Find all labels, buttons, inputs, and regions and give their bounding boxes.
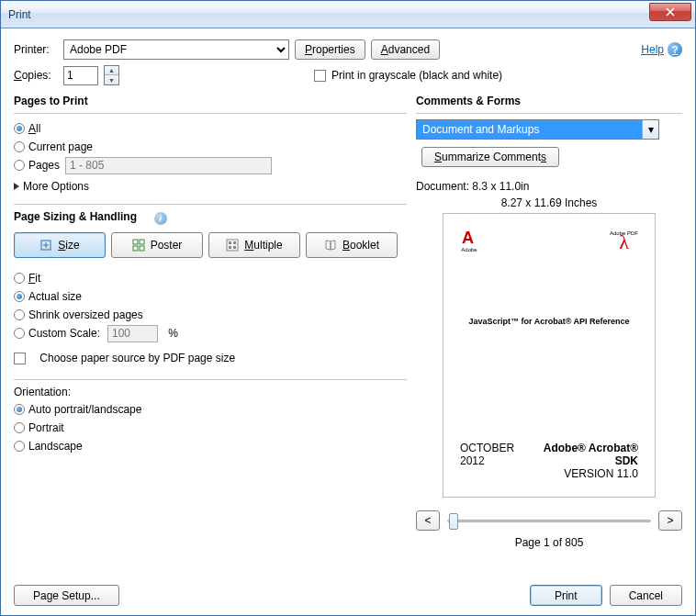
preview-doc-title: JavaScript™ for Acrobat® API Reference: [460, 317, 638, 326]
copies-label: Copies:: [14, 69, 58, 82]
grayscale-checkbox[interactable]: [314, 70, 326, 82]
pages-to-print-title: Pages to Print: [14, 95, 407, 107]
tab-size[interactable]: Size: [14, 232, 106, 258]
radio-landscape-label: Landscape: [28, 440, 83, 453]
tab-booklet[interactable]: Booklet: [306, 232, 398, 258]
printer-select[interactable]: Adobe PDF: [63, 39, 289, 60]
titlebar: Print: [1, 1, 695, 28]
svg-rect-6: [229, 241, 231, 244]
advanced-button[interactable]: Advanced: [371, 39, 440, 60]
close-icon: [666, 7, 675, 17]
radio-auto-label: Auto portrait/landscape: [28, 403, 141, 416]
help-link[interactable]: Help ?: [641, 42, 682, 57]
page-counter: Page 1 of 805: [416, 536, 682, 549]
poster-icon: [132, 239, 145, 252]
preview-footer-ver: VERSION 11.0: [532, 467, 638, 480]
booklet-icon: [324, 239, 337, 252]
radio-landscape[interactable]: [14, 441, 25, 452]
page-inches: 8.27 x 11.69 Inches: [416, 196, 682, 209]
slider-thumb[interactable]: [449, 513, 458, 530]
spinner-up[interactable]: ▲: [105, 66, 118, 75]
properties-button[interactable]: Properties: [295, 39, 365, 60]
dropdown-arrow-icon: ▾: [642, 120, 658, 139]
svg-rect-4: [140, 246, 144, 251]
page-slider[interactable]: [447, 511, 651, 530]
next-page-button[interactable]: >: [658, 510, 682, 531]
scale-input[interactable]: [107, 325, 158, 342]
multiple-icon: [226, 239, 239, 252]
more-options-toggle[interactable]: More Options: [14, 180, 407, 193]
radio-actual[interactable]: [14, 291, 25, 302]
expand-icon: [14, 183, 19, 190]
radio-shrink-label: Shrink oversized pages: [28, 308, 143, 321]
svg-rect-9: [233, 246, 236, 249]
document-dimensions: Document: 8.3 x 11.0in: [416, 180, 682, 193]
close-button[interactable]: [649, 3, 691, 21]
page-setup-button[interactable]: Page Setup...: [14, 585, 119, 606]
radio-fit[interactable]: [14, 273, 25, 284]
summarize-comments-button[interactable]: Summarize Comments: [421, 147, 559, 167]
radio-current[interactable]: [14, 141, 25, 152]
adobe-logo: Adobe: [460, 230, 478, 252]
tab-multiple[interactable]: Multiple: [208, 232, 300, 258]
paper-source-label: Choose paper source by PDF page size: [39, 352, 235, 364]
printer-label: Printer:: [14, 43, 58, 56]
preview-footer-date: OCTOBER 2012: [460, 442, 532, 480]
print-button[interactable]: Print: [530, 585, 602, 606]
pages-range-input[interactable]: [65, 157, 272, 174]
help-icon: ?: [668, 42, 682, 57]
radio-pages-label: Pages: [28, 159, 62, 172]
orientation-title: Orientation:: [14, 386, 407, 398]
radio-all[interactable]: [14, 123, 25, 134]
cancel-button[interactable]: Cancel: [610, 585, 682, 606]
radio-auto-orient[interactable]: [14, 404, 25, 415]
size-icon: [39, 239, 52, 252]
preview-footer-sdk: Adobe® Acrobat® SDK: [532, 442, 638, 467]
print-dialog: Print Printer: Adobe PDF Properties Adva…: [0, 0, 696, 616]
radio-pages[interactable]: [14, 160, 25, 171]
paper-source-checkbox[interactable]: [14, 353, 26, 364]
radio-actual-label: Actual size: [28, 290, 82, 303]
sizing-title: Page Sizing & Handling: [14, 210, 137, 223]
radio-all-label: All: [28, 122, 40, 135]
radio-fit-label: Fit: [28, 272, 40, 285]
svg-rect-5: [227, 240, 238, 251]
radio-portrait-label: Portrait: [28, 421, 64, 434]
radio-custom-label: Custom Scale:: [28, 327, 104, 340]
svg-rect-1: [133, 240, 138, 244]
spinner-down[interactable]: ▼: [105, 75, 118, 84]
tab-poster[interactable]: Poster: [111, 232, 203, 258]
svg-rect-7: [233, 241, 236, 244]
grayscale-label: Print in grayscale (black and white): [331, 69, 502, 82]
radio-custom[interactable]: [14, 328, 25, 339]
svg-rect-2: [140, 240, 144, 244]
comments-forms-title: Comments & Forms: [416, 95, 682, 107]
copies-input[interactable]: [63, 66, 98, 85]
svg-rect-8: [229, 246, 231, 249]
comments-forms-select[interactable]: Document and Markups ▾: [416, 119, 659, 140]
radio-shrink[interactable]: [14, 309, 25, 320]
info-icon[interactable]: i: [154, 212, 167, 225]
prev-page-button[interactable]: <: [416, 510, 440, 531]
page-preview: Adobe Adobe PDF λ JavaScript™ for Acroba…: [443, 213, 656, 498]
radio-portrait[interactable]: [14, 422, 25, 433]
adobe-pdf-logo: Adobe PDF λ: [610, 230, 638, 248]
svg-rect-3: [133, 246, 138, 251]
window-title: Print: [8, 8, 31, 21]
radio-current-label: Current page: [28, 140, 93, 153]
copies-spinner[interactable]: ▲▼: [104, 65, 119, 85]
